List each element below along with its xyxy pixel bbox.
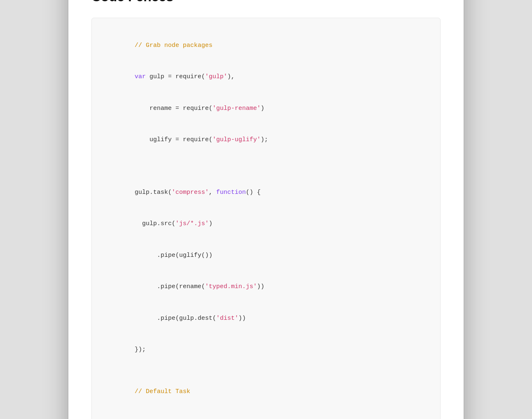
code-line: uglify = require('gulp-uglify'); bbox=[105, 124, 427, 156]
code-text: gulp.task( bbox=[135, 189, 172, 196]
code-string: 'compress' bbox=[172, 189, 209, 196]
code-string: 'dist' bbox=[216, 315, 238, 322]
code-line: // Grab node packages bbox=[105, 30, 427, 61]
code-line: var gulp = require('gulp'), bbox=[105, 61, 427, 93]
code-line: gulp.src('js/*.js') bbox=[105, 208, 427, 240]
code-line: .pipe(uglify()) bbox=[105, 240, 427, 271]
code-keyword: var bbox=[135, 73, 146, 80]
code-text: ) bbox=[261, 105, 264, 112]
code-text: ), bbox=[227, 73, 235, 80]
code-line: gulp.task('compress', function() { bbox=[105, 177, 427, 208]
code-line-empty bbox=[105, 166, 427, 177]
code-text: }); bbox=[135, 346, 146, 353]
code-string: 'gulp-uglify' bbox=[212, 136, 261, 143]
code-text: , bbox=[209, 189, 216, 196]
code-comment: // Grab node packages bbox=[135, 42, 212, 49]
code-text: .pipe(uglify()) bbox=[135, 252, 212, 259]
code-text: ); bbox=[261, 136, 268, 143]
code-string: 'js/*.js' bbox=[175, 220, 209, 227]
code-function: function bbox=[216, 189, 246, 196]
code-fence: // Grab node packages var gulp = require… bbox=[91, 18, 441, 419]
code-text: rename = require( bbox=[135, 105, 212, 112]
code-text: .pipe(gulp.dest( bbox=[135, 315, 216, 322]
code-line: // Default Task bbox=[105, 376, 427, 408]
code-string: 'typed.min.js' bbox=[205, 283, 257, 290]
code-text: )) bbox=[257, 283, 264, 290]
code-text: .pipe(rename( bbox=[135, 283, 205, 290]
code-string: 'gulp-rename' bbox=[212, 105, 261, 112]
code-line: .pipe(gulp.dest('dist')) bbox=[105, 303, 427, 334]
code-text: () { bbox=[246, 189, 261, 196]
code-line: .pipe(rename('typed.min.js')) bbox=[105, 271, 427, 303]
code-text: gulp = require( bbox=[146, 73, 205, 80]
code-line: gulp.task('default', ['compress']); bbox=[105, 407, 427, 419]
code-text: ) bbox=[209, 220, 212, 227]
code-comment: // Default Task bbox=[135, 388, 190, 395]
code-string: 'gulp' bbox=[205, 73, 227, 80]
code-text: gulp.src( bbox=[135, 220, 175, 227]
app-window: T fences 2.md ⌄ Code Fences // Grab node… bbox=[68, 0, 464, 419]
code-line: rename = require('gulp-rename') bbox=[105, 93, 427, 124]
code-line: }); bbox=[105, 334, 427, 366]
code-text: )) bbox=[238, 315, 246, 322]
main-content: Code Fences // Grab node packages var gu… bbox=[68, 0, 464, 419]
code-line-empty bbox=[105, 365, 427, 376]
code-text: uglify = require( bbox=[135, 136, 212, 143]
code-line-empty bbox=[105, 156, 427, 166]
page-title: Code Fences bbox=[91, 0, 441, 5]
